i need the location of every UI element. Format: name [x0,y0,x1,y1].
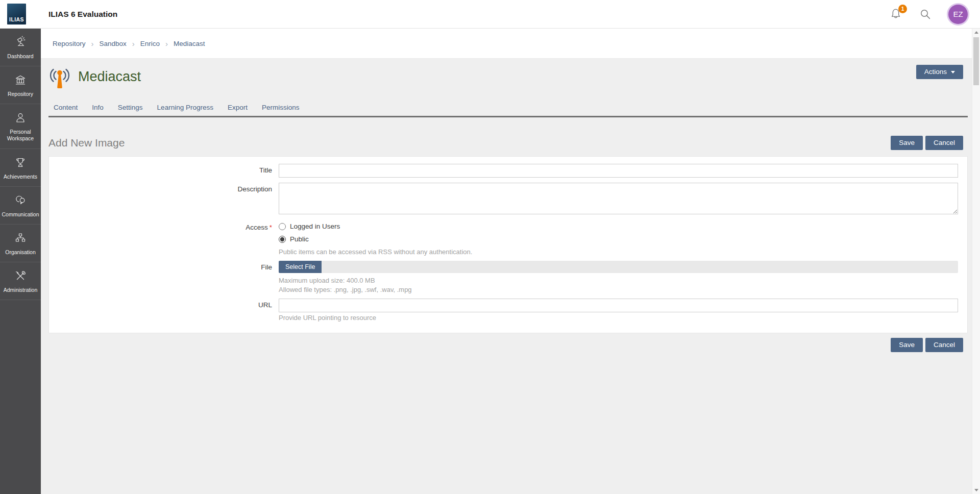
cancel-button[interactable]: Cancel [925,136,963,150]
tab-permissions[interactable]: Permissions [255,100,307,116]
breadcrumb-item-enrico[interactable]: Enrico [140,40,160,47]
access-hint: Public items can be accessed via RSS wit… [279,248,958,256]
sidebar-item-label: Repository [8,91,33,97]
scroll-down-arrow[interactable] [972,486,980,494]
triangle-down-icon [974,489,978,491]
sidebar-item-label: Communication [2,211,39,218]
ilias-logo-text: ILIAS [9,16,24,22]
breadcrumb-item-mediacast[interactable]: Mediacast [174,40,205,47]
communication-icon [14,194,27,207]
sidebar-item-label: Personal Workspace [2,129,39,142]
file-max-size-hint: Maximum upload size: 400.0 MB [279,277,958,284]
personal-workspace-icon [14,111,27,125]
page-content: Mediacast Actions Content Info Settings … [41,59,972,352]
form-header: Add New Image Save Cancel [48,136,968,150]
url-input[interactable] [279,299,958,312]
chevron-right-icon: › [165,39,168,48]
avatar-initials: EZ [953,10,963,18]
title-label: Title [58,164,279,178]
sidebar-item-label: Organisation [5,249,36,256]
form-row-description: Description [58,183,958,216]
object-header: Mediacast Actions [48,66,968,90]
ilias-logo[interactable]: ILIAS [7,4,26,24]
search-button[interactable] [919,8,932,21]
form-row-title: Title [58,164,958,178]
access-option-public[interactable]: Public [279,235,958,243]
save-button[interactable]: Save [891,136,923,150]
cancel-button-bottom[interactable]: Cancel [925,338,963,352]
sidebar-item-repository[interactable]: Repository [0,66,41,104]
chevron-right-icon: › [91,39,94,48]
administration-icon [14,269,27,283]
tab-export[interactable]: Export [220,100,255,116]
description-label: Description [58,183,279,216]
topbar-actions: 1 EZ [889,5,980,24]
notifications-button[interactable]: 1 [889,8,902,21]
chevron-right-icon: › [132,39,135,48]
access-label: Access* [58,221,279,256]
description-textarea[interactable] [279,183,958,214]
repository-icon [14,73,27,87]
app-title: ILIAS 6 Evaluation [48,10,117,19]
vertical-scrollbar[interactable] [972,29,980,494]
mediacast-broadcast-icon [48,66,71,90]
actions-button-label: Actions [924,68,947,76]
title-input[interactable] [279,164,958,178]
access-option-label: Logged in Users [290,223,340,230]
access-label-text: Access [246,224,268,231]
sidebar-item-communication[interactable]: Communication [0,187,41,225]
actions-button[interactable]: Actions [916,65,963,79]
sidebar-item-personal-workspace[interactable]: Personal Workspace [0,104,41,149]
select-file-button[interactable]: Select File [279,261,322,273]
form-row-access: Access* Logged in Users Public Public it… [58,221,958,256]
tab-content[interactable]: Content [48,100,85,116]
sidebar-item-achievements[interactable]: Achievements [0,149,41,187]
breadcrumb: Repository › Sandbox › Enrico › Mediacas… [41,29,972,59]
form-row-file: File Select File Maximum upload size: 40… [58,261,958,293]
file-label: File [58,261,279,293]
add-image-form: Title Description Access* Logge [48,156,968,333]
form-footer-buttons: Save Cancel [48,338,968,352]
file-input: Select File [279,261,958,273]
avatar[interactable]: EZ [948,5,968,24]
save-button-bottom[interactable]: Save [891,338,923,352]
tab-info[interactable]: Info [85,100,111,116]
access-radio-public[interactable] [279,236,286,243]
object-tabs: Content Info Settings Learning Progress … [48,100,968,117]
achievements-icon [14,156,27,169]
search-icon [919,8,932,21]
page-title: Mediacast [78,69,141,85]
form-title: Add New Image [48,137,125,149]
required-marker: * [270,224,272,231]
chevron-down-icon [951,71,955,73]
access-radio-logged-in-users[interactable] [279,223,286,230]
scrollbar-thumb[interactable] [973,37,979,85]
url-hint: Provide URL pointing to resource [279,314,958,322]
sidebar-item-label: Dashboard [7,53,33,60]
file-input-strip[interactable] [322,261,958,273]
form-row-url: URL Provide URL pointing to resource [58,299,958,322]
tab-learning-progress[interactable]: Learning Progress [150,100,220,116]
sidebar-item-organisation[interactable]: Organisation [0,225,41,262]
url-label: URL [58,299,279,322]
sidebar-item-dashboard[interactable]: Dashboard [0,29,41,66]
top-bar: ILIAS ILIAS 6 Evaluation 1 EZ [0,0,980,29]
form-header-buttons: Save Cancel [891,136,968,150]
organisation-icon [14,232,27,245]
breadcrumb-item-sandbox[interactable]: Sandbox [100,40,127,47]
file-allowed-types-hint: Allowed file types: .png, .jpg, .swf, .w… [279,286,958,293]
scroll-up-arrow[interactable] [972,29,980,36]
sidebar-item-administration[interactable]: Administration [0,262,41,300]
tab-settings[interactable]: Settings [111,100,150,116]
main-sidebar: Dashboard Repository Personal Workspace … [0,29,41,494]
main-area: Repository › Sandbox › Enrico › Mediacas… [41,29,972,494]
access-option-logged-in-users[interactable]: Logged in Users [279,223,958,230]
sidebar-item-label: Administration [4,287,38,293]
dashboard-icon [14,36,27,49]
notification-count-badge: 1 [898,5,907,13]
sidebar-item-label: Achievements [4,174,37,180]
breadcrumb-item-repository[interactable]: Repository [53,40,86,47]
access-option-label: Public [290,235,309,243]
triangle-up-icon [974,31,978,34]
